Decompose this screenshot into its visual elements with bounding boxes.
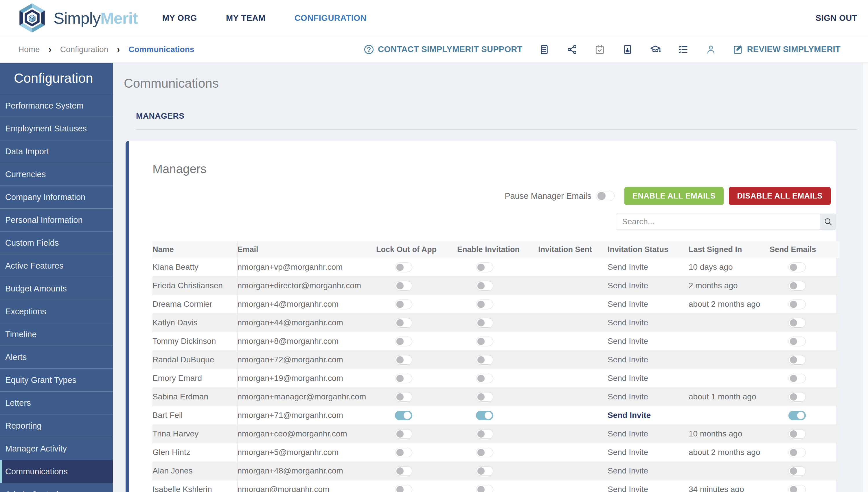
share-icon[interactable] — [566, 44, 578, 55]
lock-out-toggle[interactable] — [395, 299, 412, 309]
sidebar-item-budget-amounts[interactable]: Budget Amounts — [0, 277, 113, 300]
notes-icon[interactable] — [539, 44, 550, 55]
lock-out-toggle[interactable] — [395, 355, 412, 365]
send-invite-link[interactable]: Send Invite — [608, 392, 648, 401]
sidebar-item-active-features[interactable]: Active Features — [0, 254, 113, 277]
search-input[interactable] — [616, 214, 820, 230]
send-invite-link[interactable]: Send Invite — [608, 281, 648, 290]
sidebar-item-personal-information[interactable]: Personal Information — [0, 208, 113, 231]
send-emails-toggle[interactable] — [788, 411, 806, 420]
app-logo[interactable]: SimplyMerit — [17, 2, 138, 33]
send-invite-link[interactable]: Send Invite — [608, 374, 648, 383]
lock-out-toggle[interactable] — [395, 411, 412, 420]
enable-all-emails-button[interactable]: ENABLE ALL EMAILS — [624, 187, 724, 205]
send-invite-link[interactable]: Send Invite — [608, 466, 648, 475]
enable-invitation-toggle[interactable] — [476, 466, 493, 476]
sign-out-button[interactable]: SIGN OUT — [816, 13, 857, 23]
enable-invitation-toggle[interactable] — [476, 411, 493, 420]
toggle-wrap — [376, 318, 412, 328]
send-emails-toggle[interactable] — [788, 318, 806, 328]
lock-out-toggle[interactable] — [395, 485, 412, 492]
send-emails-toggle[interactable] — [788, 448, 806, 457]
send-invite-link[interactable]: Send Invite — [608, 337, 648, 346]
lock-out-toggle[interactable] — [395, 318, 412, 328]
sidebar-item-data-import[interactable]: Data Import — [0, 140, 113, 163]
search-button[interactable] — [820, 214, 836, 230]
send-emails-toggle[interactable] — [788, 374, 806, 383]
send-invite-link[interactable]: Send Invite — [608, 429, 648, 438]
breadcrumb-configuration[interactable]: Configuration — [60, 45, 108, 54]
sidebar-item-manager-activity[interactable]: Manager Activity — [0, 437, 113, 460]
pause-manager-emails-toggle[interactable] — [596, 191, 615, 201]
graduation-cap-icon[interactable] — [650, 44, 661, 55]
lock-out-toggle[interactable] — [395, 374, 412, 383]
sidebar-item-custom-fields[interactable]: Custom Fields — [0, 231, 113, 254]
enable-invitation-toggle[interactable] — [476, 355, 493, 365]
enable-invitation-toggle[interactable] — [476, 281, 493, 291]
lock-out-toggle[interactable] — [395, 392, 412, 402]
send-emails-toggle[interactable] — [788, 392, 806, 402]
sidebar-item-equity-grant-types[interactable]: Equity Grant Types — [0, 368, 113, 391]
sidebar-item-currencies[interactable]: Currencies — [0, 163, 113, 186]
nav-configuration[interactable]: CONFIGURATION — [295, 13, 366, 23]
sidebar-item-alerts[interactable]: Alerts — [0, 346, 113, 368]
lock-out-toggle[interactable] — [395, 337, 412, 346]
breadcrumb-home[interactable]: Home — [18, 45, 40, 54]
send-emails-toggle[interactable] — [788, 466, 806, 476]
page-scrollbar[interactable] — [862, 63, 868, 492]
toggle-wrap — [457, 485, 493, 492]
send-invite-link[interactable]: Send Invite — [608, 299, 648, 309]
sidebar-item-performance-system[interactable]: Performance System — [0, 94, 113, 117]
enable-invitation-toggle[interactable] — [476, 263, 493, 272]
send-emails-toggle[interactable] — [788, 281, 806, 291]
send-invite-link[interactable]: Send Invite — [608, 485, 648, 492]
lock-out-toggle[interactable] — [395, 263, 412, 272]
sidebar-item-timeline[interactable]: Timeline — [0, 323, 113, 346]
sidebar-item-employment-statuses[interactable]: Employment Statuses — [0, 117, 113, 140]
enable-invitation-toggle[interactable] — [476, 374, 493, 383]
nav-my-org[interactable]: MY ORG — [162, 13, 197, 23]
sidebar-item-label: Company Information — [5, 193, 85, 202]
lock-out-toggle[interactable] — [395, 281, 412, 291]
send-invite-link[interactable]: Send Invite — [608, 448, 648, 457]
nav-my-team[interactable]: MY TEAM — [226, 13, 265, 23]
review-simplymerit-link[interactable]: REVIEW SIMPLYMERIT — [733, 44, 841, 55]
send-emails-toggle[interactable] — [788, 299, 806, 309]
enable-invitation-toggle[interactable] — [476, 299, 493, 309]
sidebar-item-exceptions[interactable]: Exceptions — [0, 300, 113, 323]
send-emails-toggle[interactable] — [788, 337, 806, 346]
sidebar-item-communications[interactable]: Communications — [0, 460, 113, 483]
contact-support-link[interactable]: CONTACT SIMPLYMERIT SUPPORT — [363, 44, 522, 55]
enable-invitation-toggle[interactable] — [476, 429, 493, 439]
lock-out-toggle[interactable] — [395, 466, 412, 476]
send-emails-toggle[interactable] — [788, 485, 806, 492]
enable-invitation-toggle[interactable] — [476, 485, 493, 492]
tab-managers[interactable]: MANAGERS — [136, 112, 184, 121]
lock-out-toggle[interactable] — [395, 448, 412, 457]
lock-out-toggle[interactable] — [395, 429, 412, 439]
enable-invitation-toggle[interactable] — [476, 318, 493, 328]
manager-email: nmorgan+8@morganhr.com — [237, 332, 376, 350]
table-row: Trina Harveynmorgan+ceo@morganhr.comSend… — [152, 424, 840, 443]
disable-all-emails-button[interactable]: DISABLE ALL EMAILS — [729, 187, 831, 205]
sidebar-item-letters[interactable]: Letters — [0, 391, 113, 414]
person-icon[interactable] — [706, 44, 716, 55]
toggle-knob — [397, 338, 404, 345]
enable-invitation-toggle[interactable] — [476, 392, 493, 402]
sidebar-item-company-information[interactable]: Company Information — [0, 186, 113, 208]
send-invite-link[interactable]: Send Invite — [608, 318, 648, 327]
send-invite-link[interactable]: Send Invite — [608, 355, 648, 364]
file-chart-icon[interactable] — [622, 44, 633, 55]
enable-invitation-toggle[interactable] — [476, 337, 493, 346]
send-invite-link[interactable]: Send Invite — [608, 411, 651, 420]
send-invite-link[interactable]: Send Invite — [608, 263, 648, 271]
send-emails-toggle[interactable] — [788, 263, 806, 272]
calendar-check-icon[interactable] — [594, 44, 605, 55]
send-emails-toggle[interactable] — [788, 429, 806, 439]
enable-invitation-toggle[interactable] — [476, 448, 493, 457]
sidebar-item-reporting[interactable]: Reporting — [0, 414, 113, 437]
sidebar-item-admin-control[interactable]: Admin Control — [0, 483, 113, 492]
send-emails-toggle[interactable] — [788, 355, 806, 365]
checklist-icon[interactable] — [678, 44, 689, 55]
invitation-sent — [538, 332, 608, 350]
